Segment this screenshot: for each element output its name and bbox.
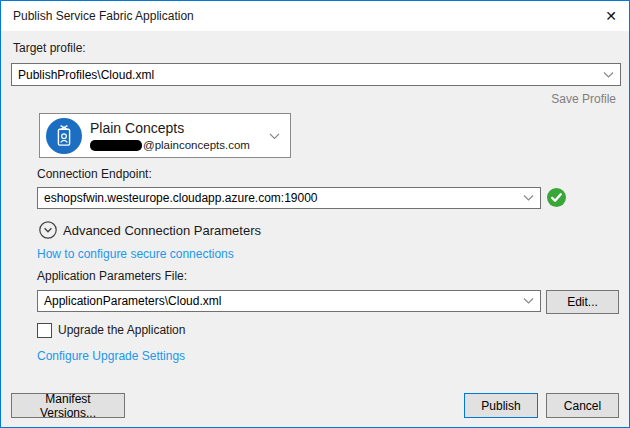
check-circle-icon — [547, 188, 566, 207]
chevron-down-icon — [523, 298, 534, 305]
account-picker[interactable]: Plain Concepts @plainconcepts.com — [39, 113, 291, 158]
account-email: @plainconcepts.com — [90, 139, 250, 151]
account-name: Plain Concepts — [90, 120, 184, 136]
connection-endpoint-select[interactable]: eshopsfwin.westeurope.cloudapp.azure.com… — [37, 187, 541, 209]
chevron-down-icon — [523, 195, 534, 202]
edit-button[interactable]: Edit... — [546, 290, 619, 314]
chevron-down-icon — [603, 71, 614, 78]
id-badge-icon — [46, 118, 82, 154]
advanced-parameters-label[interactable]: Advanced Connection Parameters — [63, 223, 261, 238]
chevron-down-icon — [269, 133, 280, 140]
title-bar: Publish Service Fabric Application ✕ — [1, 1, 629, 31]
redacted-email-user — [90, 140, 142, 151]
application-parameters-label: Application Parameters File: — [37, 269, 187, 283]
target-profile-value: PublishProfiles\Cloud.xml — [18, 68, 154, 82]
close-icon[interactable]: ✕ — [593, 1, 629, 31]
cancel-button[interactable]: Cancel — [546, 393, 619, 418]
configure-upgrade-link[interactable]: Configure Upgrade Settings — [37, 349, 185, 363]
target-profile-label: Target profile: — [13, 41, 86, 55]
upgrade-application-label[interactable]: Upgrade the Application — [58, 323, 185, 337]
chevron-down-circle-icon[interactable] — [39, 221, 57, 239]
window-title: Publish Service Fabric Application — [13, 9, 194, 23]
connection-endpoint-value: eshopsfwin.westeurope.cloudapp.azure.com… — [44, 191, 318, 205]
target-profile-select[interactable]: PublishProfiles\Cloud.xml — [11, 63, 621, 86]
manifest-versions-button[interactable]: Manifest Versions... — [11, 393, 125, 418]
connection-endpoint-label: Connection Endpoint: — [37, 167, 152, 181]
application-parameters-value: ApplicationParameters\Cloud.xml — [44, 294, 221, 308]
secure-connections-link[interactable]: How to configure secure connections — [37, 247, 234, 261]
publish-service-fabric-dialog: Publish Service Fabric Application ✕ Tar… — [0, 0, 630, 428]
application-parameters-select[interactable]: ApplicationParameters\Cloud.xml — [37, 290, 541, 312]
upgrade-application-checkbox[interactable] — [37, 323, 52, 338]
publish-button[interactable]: Publish — [464, 393, 538, 418]
account-email-domain: @plainconcepts.com — [143, 139, 250, 151]
save-profile-link[interactable]: Save Profile — [551, 92, 616, 106]
